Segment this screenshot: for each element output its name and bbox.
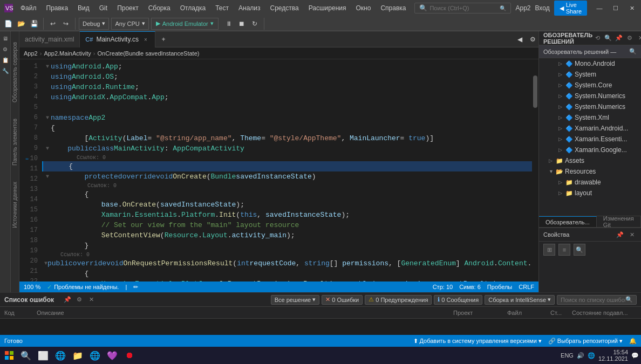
errors-toggle[interactable]: ✕ 0 Ошибки <box>322 295 363 305</box>
taskbar-explorer[interactable]: 📁 <box>70 348 85 363</box>
expand-sysNumerics1[interactable]: ▷ <box>558 93 564 99</box>
toolbar-redo-btn[interactable]: ↪ <box>60 18 72 30</box>
zoom-level[interactable]: 100 % <box>24 284 40 290</box>
col-file[interactable]: Файл <box>507 310 550 316</box>
error-search-input[interactable] <box>561 297 625 303</box>
minimize-button[interactable]: — <box>591 3 608 13</box>
tab-settings-btn[interactable]: ⚙ <box>527 33 538 45</box>
tree-item-systemcore[interactable]: ▷ 🔷 System.Core <box>539 80 641 91</box>
col-desc[interactable]: Описание <box>37 310 453 316</box>
messages-toggle[interactable]: ℹ 0 Сообщения <box>434 295 482 305</box>
toolbar-new-btn[interactable]: 📄 <box>2 18 14 30</box>
menu-git[interactable]: Git <box>95 3 112 13</box>
fold-9[interactable]: ▼ <box>44 143 51 154</box>
menu-test[interactable]: Тест <box>211 3 233 13</box>
error-search-field[interactable]: 🔍 <box>557 295 637 305</box>
menu-edit[interactable]: Правка <box>42 3 73 13</box>
expand-xamarinAndroid[interactable]: ▷ <box>558 126 564 131</box>
expand-mono[interactable]: ▷ <box>558 61 564 66</box>
side-label-datasource[interactable]: Источники данных <box>12 182 18 228</box>
error-close-btn[interactable]: ✕ <box>86 295 96 305</box>
indent-style[interactable]: Пробелы <box>487 284 512 290</box>
search-bar[interactable]: 🔍 🔍 <box>414 3 511 13</box>
taskbar-record[interactable]: ⏺ <box>122 348 137 363</box>
prop-close-btn[interactable]: ✕ <box>627 230 637 239</box>
taskbar-search[interactable]: 🔍 <box>18 348 33 363</box>
tree-item-assets[interactable]: ▷ 📁 Assets <box>539 155 641 166</box>
code-content[interactable]: ▼ using Android.App; using Android.OS; u… <box>42 59 532 281</box>
menu-help[interactable]: Справка <box>376 3 410 13</box>
scrollbar-thumb[interactable] <box>533 75 537 108</box>
tree-item-xamarinessentials[interactable]: ▷ 🔷 Xamarin.Essenti... <box>539 134 641 145</box>
menu-analyze[interactable]: Анализ <box>234 3 265 13</box>
activity-icon-2[interactable]: ⚙ <box>1 44 10 54</box>
menu-file[interactable]: Файл <box>16 3 41 13</box>
panel-settings-btn[interactable]: ⚙ <box>625 33 635 43</box>
status-alerts[interactable]: 🔔 <box>629 338 637 345</box>
editor-scrollbar[interactable] <box>532 59 538 281</box>
col-line[interactable]: Ст... <box>550 310 572 316</box>
start-button[interactable] <box>2 348 16 362</box>
tree-item-layout[interactable]: ▷ 📁 layout <box>539 188 641 198</box>
tree-item-xamarinandroid[interactable]: ▷ 🔷 Xamarin.Android... <box>539 123 641 134</box>
debug-mode-dropdown[interactable]: Debug ▾ <box>79 18 109 30</box>
taskbar-edge[interactable]: 🌐 <box>53 348 68 363</box>
breadcrumb-project[interactable]: App2 <box>24 50 38 57</box>
maximize-button[interactable]: ☐ <box>608 3 624 13</box>
col-project[interactable]: Проект <box>453 310 507 316</box>
activity-icon-4[interactable]: 🔧 <box>1 66 10 75</box>
tree-item-sysnumerics1[interactable]: ▷ 🔷 System.Numerics <box>539 91 641 101</box>
expand-xamarinEssentials[interactable]: ▷ <box>558 136 564 142</box>
tree-item-system[interactable]: ▷ 🔷 System <box>539 69 641 80</box>
tab-main-activity[interactable]: C# MainActivity.cs × <box>80 31 155 47</box>
close-button[interactable]: ✕ <box>624 3 640 13</box>
side-label-panel[interactable]: Панель элементов <box>12 119 18 166</box>
warnings-toggle[interactable]: ⚠ 0 Предупреждения <box>365 295 432 305</box>
taskbar-notification[interactable]: 💬 <box>631 352 639 359</box>
toolbar-save-btn[interactable]: 💾 <box>28 18 40 30</box>
build-filter-dropdown[interactable]: Сборка и IntelliSense ▾ <box>485 295 555 305</box>
expand-sysNumerics2[interactable]: ▷ <box>558 104 564 109</box>
taskbar-chrome[interactable]: 🌐 <box>87 348 103 363</box>
breadcrumb-class[interactable]: App2.MainActivity <box>44 50 91 57</box>
tree-item-mono[interactable]: ▷ 🔷 Mono.Android <box>539 58 641 69</box>
panel-search-btn[interactable]: 🔍 <box>603 33 613 43</box>
status-problems[interactable]: Проблемы не найдены. <box>54 284 119 290</box>
toolbar-btn-2[interactable]: ⏹ <box>236 18 248 30</box>
panel-sync-btn[interactable]: ⟲ <box>592 33 602 43</box>
scope-filter-dropdown[interactable]: Все решение ▾ <box>271 295 320 305</box>
search-input[interactable] <box>429 5 500 11</box>
activity-icon-3[interactable]: 📋 <box>1 55 10 65</box>
taskbar-speaker-icon[interactable]: 🔊 <box>577 352 584 359</box>
status-vcs[interactable]: ⬆ Добавить в систему управления версиями… <box>413 338 542 345</box>
tree-item-xamaringoogle[interactable]: ▷ 🔷 Xamarin.Google... <box>539 145 641 155</box>
solution-search-icon[interactable]: 🔍 <box>629 48 637 55</box>
menu-window[interactable]: Окно <box>351 3 375 13</box>
col-code[interactable]: Код <box>4 310 37 316</box>
play-button[interactable]: ▶ Android Emulator ▾ <box>151 18 219 30</box>
expand-resources[interactable]: ▼ <box>549 169 554 174</box>
menu-project[interactable]: Проект <box>113 3 143 13</box>
tab-panel-toggle[interactable]: ◀ <box>514 33 526 45</box>
prop-search-btn[interactable]: 🔍 <box>574 244 585 256</box>
breadcrumb-method[interactable]: OnCreate(Bundle savedInstanceState) <box>97 50 199 57</box>
toolbar-btn-1[interactable]: ⏸ <box>223 18 235 30</box>
menu-build[interactable]: Сборка <box>144 3 175 13</box>
toolbar-btn-3[interactable]: ↻ <box>249 18 261 30</box>
expand-system[interactable]: ▷ <box>558 72 564 77</box>
menu-debug[interactable]: Отладка <box>176 3 210 13</box>
taskbar-app1[interactable]: 💜 <box>105 348 120 363</box>
tree-item-sysxml[interactable]: ▷ 🔷 System.Xml <box>539 112 641 123</box>
tab-add-btn[interactable]: + <box>158 33 169 45</box>
panel-close-btn[interactable]: ✕ <box>636 33 641 43</box>
error-pin-btn[interactable]: 📌 <box>63 295 72 305</box>
status-pencil-icon[interactable]: ✏ <box>133 284 138 291</box>
panel-pin-btn[interactable]: 📌 <box>614 33 624 43</box>
fold-6[interactable]: ▼ <box>44 113 51 123</box>
col-status[interactable]: Состояние подавл... <box>572 310 637 316</box>
expand-layout[interactable]: ▷ <box>558 190 564 196</box>
prop-pin-btn[interactable]: 📌 <box>615 230 625 239</box>
expand-sysXml[interactable]: ▷ <box>558 115 564 120</box>
tree-item-resources[interactable]: ▼ 📂 Resources <box>539 166 641 177</box>
menu-view[interactable]: Вид <box>73 3 94 13</box>
